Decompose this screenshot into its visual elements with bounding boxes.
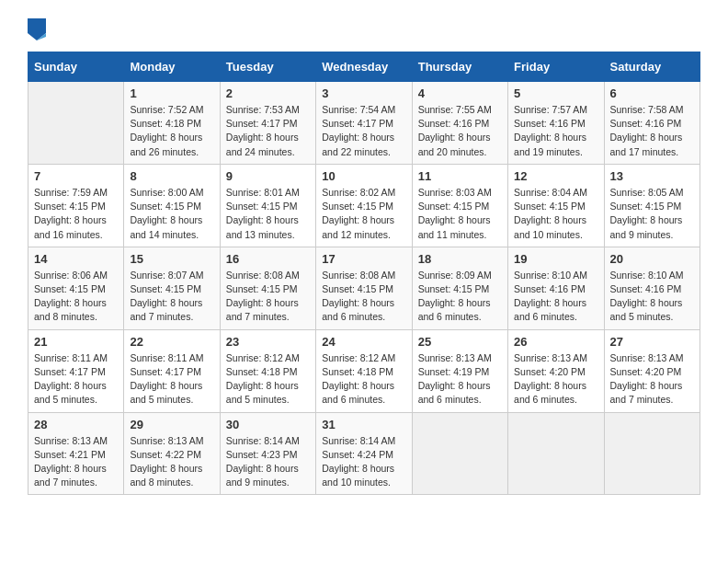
day-info: Sunrise: 8:01 AMSunset: 4:15 PMDaylight:… [226, 186, 310, 242]
day-number: 22 [130, 335, 213, 349]
calendar-cell: 10Sunrise: 8:02 AMSunset: 4:15 PMDayligh… [316, 164, 412, 247]
calendar-cell: 12Sunrise: 8:04 AMSunset: 4:15 PMDayligh… [508, 164, 604, 247]
calendar-cell: 14Sunrise: 8:06 AMSunset: 4:15 PMDayligh… [28, 247, 124, 329]
day-info: Sunrise: 8:10 AMSunset: 4:16 PMDaylight:… [514, 269, 597, 325]
day-header-tuesday: Tuesday [220, 52, 315, 82]
day-info: Sunrise: 8:07 AMSunset: 4:15 PMDaylight:… [130, 269, 213, 325]
calendar-cell: 31Sunrise: 8:14 AMSunset: 4:24 PMDayligh… [316, 412, 412, 495]
calendar-cell: 26Sunrise: 8:13 AMSunset: 4:20 PMDayligh… [508, 329, 604, 412]
calendar-cell: 20Sunrise: 8:10 AMSunset: 4:16 PMDayligh… [604, 247, 700, 329]
day-info: Sunrise: 8:12 AMSunset: 4:18 PMDaylight:… [226, 351, 310, 408]
day-number: 13 [610, 169, 694, 183]
calendar-cell: 22Sunrise: 8:11 AMSunset: 4:17 PMDayligh… [124, 329, 220, 412]
day-number: 17 [322, 252, 405, 266]
day-number: 16 [226, 252, 310, 266]
calendar-cell: 1Sunrise: 7:52 AMSunset: 4:18 PMDaylight… [124, 82, 220, 165]
day-info: Sunrise: 8:14 AMSunset: 4:24 PMDaylight:… [322, 434, 405, 490]
calendar-cell: 16Sunrise: 8:08 AMSunset: 4:15 PMDayligh… [220, 247, 315, 329]
day-number: 15 [130, 252, 213, 266]
day-info: Sunrise: 8:11 AMSunset: 4:17 PMDaylight:… [34, 351, 118, 408]
logo [28, 18, 50, 42]
day-number: 31 [322, 418, 405, 431]
calendar-cell: 28Sunrise: 8:13 AMSunset: 4:21 PMDayligh… [28, 412, 124, 495]
day-info: Sunrise: 8:00 AMSunset: 4:15 PMDaylight:… [130, 186, 213, 242]
day-header-sunday: Sunday [28, 52, 124, 82]
calendar-cell: 27Sunrise: 8:13 AMSunset: 4:20 PMDayligh… [604, 329, 700, 412]
calendar-cell: 5Sunrise: 7:57 AMSunset: 4:16 PMDaylight… [508, 82, 604, 165]
page-header [28, 18, 700, 42]
calendar-cell: 17Sunrise: 8:08 AMSunset: 4:15 PMDayligh… [316, 247, 412, 329]
calendar-cell: 11Sunrise: 8:03 AMSunset: 4:15 PMDayligh… [412, 164, 507, 247]
calendar-cell: 3Sunrise: 7:54 AMSunset: 4:17 PMDaylight… [316, 82, 412, 165]
day-number: 1 [130, 86, 213, 100]
day-number: 2 [226, 86, 310, 100]
logo-icon [28, 18, 46, 40]
day-info: Sunrise: 8:06 AMSunset: 4:15 PMDaylight:… [34, 269, 118, 325]
calendar-week-row: 1Sunrise: 7:52 AMSunset: 4:18 PMDaylight… [28, 82, 700, 165]
day-number: 30 [226, 418, 310, 431]
day-number: 5 [514, 86, 597, 100]
day-info: Sunrise: 7:54 AMSunset: 4:17 PMDaylight:… [322, 103, 405, 159]
calendar-table: SundayMondayTuesdayWednesdayThursdayFrid… [28, 52, 700, 495]
day-info: Sunrise: 8:09 AMSunset: 4:15 PMDaylight:… [418, 269, 502, 325]
day-number: 29 [130, 418, 213, 431]
day-number: 10 [322, 169, 405, 183]
day-number: 25 [418, 335, 502, 349]
day-number: 26 [514, 335, 597, 349]
day-number: 20 [610, 252, 694, 266]
day-info: Sunrise: 8:05 AMSunset: 4:15 PMDaylight:… [610, 186, 694, 242]
day-info: Sunrise: 8:13 AMSunset: 4:21 PMDaylight:… [34, 434, 118, 490]
calendar-cell: 9Sunrise: 8:01 AMSunset: 4:15 PMDaylight… [220, 164, 315, 247]
day-number: 6 [610, 86, 694, 100]
day-number: 8 [130, 169, 213, 183]
day-info: Sunrise: 8:04 AMSunset: 4:15 PMDaylight:… [514, 186, 597, 242]
calendar-cell: 15Sunrise: 8:07 AMSunset: 4:15 PMDayligh… [124, 247, 220, 329]
day-info: Sunrise: 8:11 AMSunset: 4:17 PMDaylight:… [130, 351, 213, 408]
calendar-cell [508, 412, 604, 495]
calendar-header-row: SundayMondayTuesdayWednesdayThursdayFrid… [28, 52, 700, 82]
calendar-cell [412, 412, 507, 495]
day-info: Sunrise: 8:08 AMSunset: 4:15 PMDaylight:… [226, 269, 310, 325]
day-number: 4 [418, 86, 502, 100]
calendar-cell [604, 412, 700, 495]
day-number: 11 [418, 169, 502, 183]
day-number: 14 [34, 252, 118, 266]
calendar-cell: 6Sunrise: 7:58 AMSunset: 4:16 PMDaylight… [604, 82, 700, 165]
calendar-cell: 25Sunrise: 8:13 AMSunset: 4:19 PMDayligh… [412, 329, 507, 412]
calendar-cell: 18Sunrise: 8:09 AMSunset: 4:15 PMDayligh… [412, 247, 507, 329]
calendar-week-row: 28Sunrise: 8:13 AMSunset: 4:21 PMDayligh… [28, 412, 700, 495]
day-info: Sunrise: 8:13 AMSunset: 4:20 PMDaylight:… [514, 351, 597, 408]
day-info: Sunrise: 8:14 AMSunset: 4:23 PMDaylight:… [226, 434, 310, 490]
calendar-cell: 2Sunrise: 7:53 AMSunset: 4:17 PMDaylight… [220, 82, 315, 165]
calendar-cell [28, 82, 124, 165]
calendar-cell: 7Sunrise: 7:59 AMSunset: 4:15 PMDaylight… [28, 164, 124, 247]
day-info: Sunrise: 8:12 AMSunset: 4:18 PMDaylight:… [322, 351, 405, 408]
calendar-cell: 21Sunrise: 8:11 AMSunset: 4:17 PMDayligh… [28, 329, 124, 412]
calendar-cell: 8Sunrise: 8:00 AMSunset: 4:15 PMDaylight… [124, 164, 220, 247]
calendar-cell: 13Sunrise: 8:05 AMSunset: 4:15 PMDayligh… [604, 164, 700, 247]
day-number: 21 [34, 335, 118, 349]
day-header-monday: Monday [124, 52, 220, 82]
day-number: 7 [34, 169, 118, 183]
day-number: 9 [226, 169, 310, 183]
day-number: 19 [514, 252, 597, 266]
day-info: Sunrise: 8:13 AMSunset: 4:19 PMDaylight:… [418, 351, 502, 408]
day-info: Sunrise: 8:10 AMSunset: 4:16 PMDaylight:… [610, 269, 694, 325]
day-info: Sunrise: 8:08 AMSunset: 4:15 PMDaylight:… [322, 269, 405, 325]
day-number: 3 [322, 86, 405, 100]
day-info: Sunrise: 7:53 AMSunset: 4:17 PMDaylight:… [226, 103, 310, 159]
day-number: 18 [418, 252, 502, 266]
calendar-cell: 29Sunrise: 8:13 AMSunset: 4:22 PMDayligh… [124, 412, 220, 495]
calendar-cell: 4Sunrise: 7:55 AMSunset: 4:16 PMDaylight… [412, 82, 507, 165]
calendar-cell: 23Sunrise: 8:12 AMSunset: 4:18 PMDayligh… [220, 329, 315, 412]
calendar-week-row: 21Sunrise: 8:11 AMSunset: 4:17 PMDayligh… [28, 329, 700, 412]
calendar-week-row: 7Sunrise: 7:59 AMSunset: 4:15 PMDaylight… [28, 164, 700, 247]
day-info: Sunrise: 7:52 AMSunset: 4:18 PMDaylight:… [130, 103, 213, 159]
day-info: Sunrise: 8:02 AMSunset: 4:15 PMDaylight:… [322, 186, 405, 242]
day-number: 28 [34, 418, 118, 431]
day-info: Sunrise: 7:58 AMSunset: 4:16 PMDaylight:… [610, 103, 694, 159]
day-header-thursday: Thursday [412, 52, 507, 82]
day-info: Sunrise: 7:55 AMSunset: 4:16 PMDaylight:… [418, 103, 502, 159]
calendar-cell: 24Sunrise: 8:12 AMSunset: 4:18 PMDayligh… [316, 329, 412, 412]
calendar-week-row: 14Sunrise: 8:06 AMSunset: 4:15 PMDayligh… [28, 247, 700, 329]
